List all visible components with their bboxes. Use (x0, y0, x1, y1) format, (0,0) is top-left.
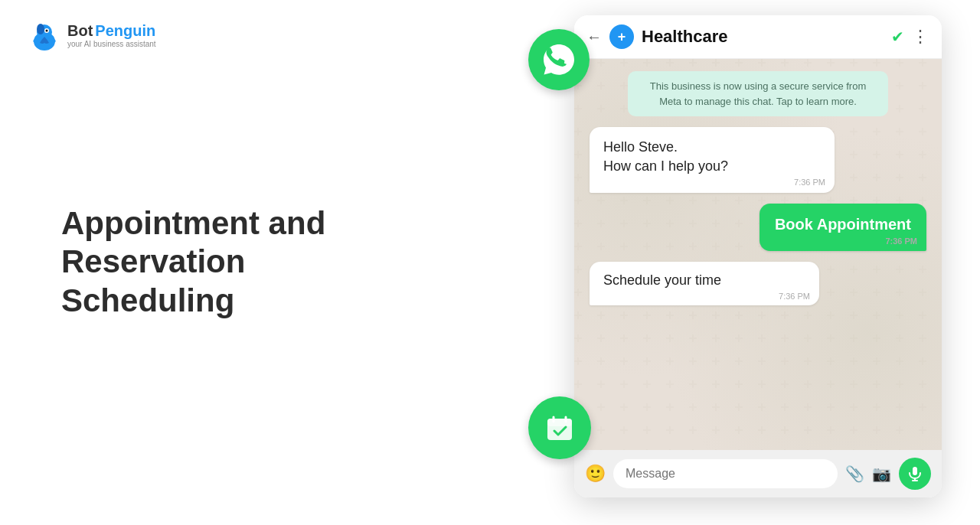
heading-line2: Reservation Scheduling (61, 244, 245, 318)
bot-msg1-line1: Hello Steve. (603, 139, 678, 155)
svg-point-4 (46, 30, 48, 32)
heading-text: Appointment and Reservation Scheduling (61, 204, 398, 320)
calendar-svg (543, 411, 577, 445)
bot-message-2: Schedule your time 7:36 PM (590, 262, 819, 305)
user-msg1-time: 7:36 PM (885, 236, 917, 246)
camera-button[interactable]: 📷 (872, 465, 891, 483)
user-message-1: Book Appointment 7:36 PM (760, 204, 926, 251)
svg-point-2 (37, 24, 44, 34)
back-button[interactable]: ← (586, 28, 602, 46)
user-msg1-text: Book Appointment (775, 216, 911, 233)
chat-header: ← + Healthcare ✔ ⋮ (574, 15, 942, 59)
phone-mockup: ← + Healthcare ✔ ⋮ This business is now … (551, 15, 942, 505)
message-input[interactable] (613, 459, 838, 488)
chat-footer: 🙂 📎 📷 (574, 450, 942, 497)
logo-penguin: Penguin (95, 22, 155, 39)
mic-button[interactable] (899, 458, 931, 490)
chat-window: ← + Healthcare ✔ ⋮ This business is now … (574, 15, 942, 497)
whatsapp-svg (541, 41, 577, 78)
add-icon: + (618, 29, 626, 45)
bot-msg1-time: 7:36 PM (794, 177, 825, 188)
logo-text: Bot Penguin your AI business assistant (67, 22, 156, 48)
logo-bot: Bot (67, 22, 93, 39)
bot-msg2-text: Schedule your time (603, 272, 721, 288)
svg-rect-9 (913, 467, 917, 475)
add-contact-button[interactable]: + (609, 24, 634, 49)
verified-icon: ✔ (891, 28, 904, 46)
more-options-button[interactable]: ⋮ (912, 27, 929, 47)
logo-tagline: your AI business assistant (67, 40, 156, 48)
attach-button[interactable]: 📎 (845, 465, 864, 483)
bot-msg2-time: 7:36 PM (779, 292, 810, 301)
emoji-button[interactable]: 🙂 (585, 464, 606, 484)
left-heading: Appointment and Reservation Scheduling (61, 204, 398, 320)
logo: Bot Penguin your AI business assistant (28, 18, 156, 52)
chat-body: This business is now using a secure serv… (574, 59, 942, 450)
mic-icon (907, 466, 923, 481)
svg-rect-6 (547, 419, 572, 426)
bot-message-1: Hello Steve. How can I help you? 7:36 PM (590, 127, 835, 193)
logo-bird-icon (28, 18, 61, 52)
calendar-icon-bottom (528, 396, 591, 459)
bot-msg1-line2: How can I help you? (603, 158, 728, 174)
heading-line1: Appointment and (61, 205, 325, 241)
secure-notice[interactable]: This business is now using a secure serv… (628, 71, 888, 116)
chat-contact-name: Healthcare (642, 27, 884, 47)
whatsapp-icon-top (528, 29, 590, 90)
